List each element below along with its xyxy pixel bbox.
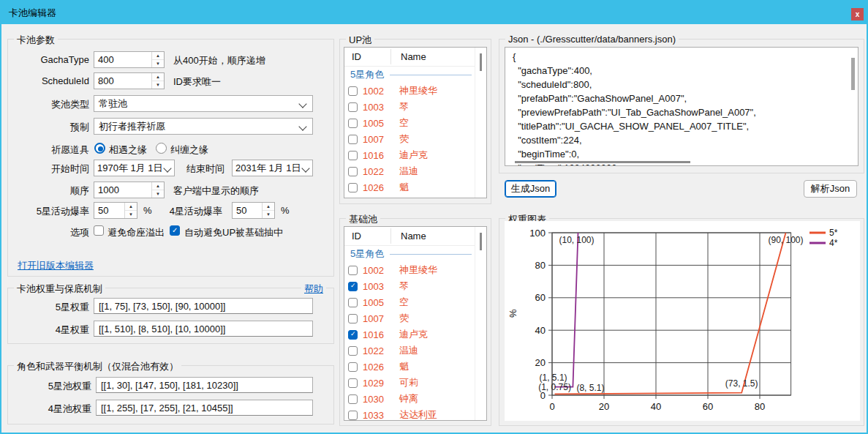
spin-up-icon[interactable]: ▲: [152, 182, 164, 190]
spin-up-icon[interactable]: ▲: [263, 203, 274, 211]
spin-down-icon[interactable]: ▼: [152, 190, 164, 198]
svg-text:(90, 100): (90, 100): [768, 235, 803, 245]
json-line: {: [513, 50, 850, 64]
svg-text:(8, 5.1): (8, 5.1): [576, 383, 604, 393]
pool-row-1005[interactable]: 1005空: [344, 294, 486, 310]
pool-row-1029[interactable]: 1029可莉: [344, 375, 486, 391]
window: 卡池编辑器 x 卡池参数 卡池权重与保底机制 帮助 角色和武器平衡机制（仅混合池…: [0, 0, 868, 434]
pool-row-1005[interactable]: 1005空: [344, 115, 486, 131]
scheduleid-input[interactable]: 800 ▲ ▼: [94, 72, 165, 89]
weight4-input[interactable]: [[1, 510], [8, 510], [10, 10000]]: [94, 321, 313, 337]
radio-acquaint-fate[interactable]: [94, 143, 105, 154]
column-name: Name: [401, 51, 426, 62]
row-id: 1016: [363, 150, 393, 161]
radio-intertwined-fate[interactable]: [156, 143, 167, 154]
spin-up-icon[interactable]: ▲: [152, 73, 164, 81]
pool-row-1022[interactable]: 1022温迪: [344, 343, 486, 359]
spin-down-icon[interactable]: ▼: [152, 81, 164, 89]
pool-row-1002[interactable]: 1002神里绫华: [344, 83, 486, 99]
section-line: [390, 254, 472, 255]
json-textarea[interactable]: { "gachaType":400, "scheduleId":800, "pr…: [505, 47, 858, 166]
row-checkbox[interactable]: [348, 362, 358, 372]
endtime-picker[interactable]: 2031年 1月 1日: [232, 160, 313, 176]
row-checkbox[interactable]: [348, 282, 358, 291]
pool-row-1003[interactable]: 1003琴: [344, 278, 486, 294]
scrollbar-thumb[interactable]: [480, 233, 482, 250]
scrollbar[interactable]: [475, 48, 486, 198]
chevron-down-icon: [298, 100, 306, 108]
pool-row-1007[interactable]: 1007荧: [344, 310, 486, 326]
row-checkbox[interactable]: [348, 314, 358, 323]
json-content: { "gachaType":400, "scheduleId":800, "pr…: [513, 50, 850, 166]
horizontal-scrollbar-thumb[interactable]: [515, 161, 690, 163]
row-checkbox[interactable]: [348, 119, 358, 128]
row-checkbox[interactable]: [348, 102, 358, 112]
row-checkbox[interactable]: [348, 151, 358, 160]
spinner: ▲ ▼: [151, 73, 164, 89]
weight5-input[interactable]: [[1, 75], [73, 150], [90, 10000]]: [94, 298, 313, 314]
group-title: Json - (./Gresscutter/data/banners.json): [505, 34, 679, 45]
pool-row-1026[interactable]: 1026魈: [344, 179, 486, 195]
button-label: 生成Json: [511, 182, 550, 195]
json-line: "scheduleId":800,: [513, 78, 850, 91]
spin-up-icon[interactable]: ▲: [152, 52, 164, 60]
pool5-input[interactable]: [[1, 30], [147, 150], [181, 10230]]: [96, 377, 313, 393]
pool-row-1003[interactable]: 1003琴: [344, 99, 486, 115]
checkbox-avoid-up-in-base[interactable]: [170, 225, 180, 236]
rate4-input[interactable]: 50 ▲ ▼: [232, 202, 275, 219]
base-pool-list: ID Name 5星角色 1002神里绫华1003琴1005空1007荧1016…: [344, 226, 487, 421]
parse-json-button[interactable]: 解析Json: [804, 180, 857, 198]
pool4-input[interactable]: [[1, 255], [17, 255], [21, 10455]]: [96, 400, 313, 416]
pool-row-1016[interactable]: 1016迪卢克: [344, 147, 486, 163]
pooltype-select[interactable]: 常驻池: [94, 95, 313, 112]
rate5-input[interactable]: 50 ▲ ▼: [94, 202, 137, 219]
row-checkbox[interactable]: [348, 330, 358, 340]
row-id: 1003: [363, 102, 393, 113]
open-legacy-editor-link[interactable]: 打开旧版本编辑器: [18, 259, 94, 272]
row-name: 迪卢克: [399, 328, 428, 341]
row-id: 1026: [363, 182, 393, 193]
svg-text:60: 60: [703, 401, 713, 412]
pool-row-1016[interactable]: 1016迪卢克: [344, 326, 486, 343]
spin-up-icon[interactable]: ▲: [125, 203, 137, 211]
row-id: 1029: [363, 378, 393, 389]
row-id: 1002: [363, 86, 393, 97]
pool-row-1030[interactable]: 1030钟离: [344, 391, 486, 407]
scrollbar-thumb[interactable]: [480, 53, 482, 71]
column-divider: [390, 49, 391, 64]
spinner: ▲ ▼: [151, 182, 164, 198]
help-link[interactable]: 帮助: [301, 283, 326, 296]
pool-row-1002[interactable]: 1002神里绫华: [344, 262, 486, 278]
scrollbar[interactable]: [475, 227, 486, 420]
preset-value: 初行者推荐祈愿: [99, 120, 165, 133]
order-input[interactable]: 1000 ▲ ▼: [94, 182, 165, 198]
row-checkbox[interactable]: [348, 183, 358, 192]
spin-down-icon[interactable]: ▼: [263, 211, 274, 218]
row-checkbox[interactable]: [348, 266, 358, 275]
spinner: ▲ ▼: [262, 203, 274, 218]
row-checkbox[interactable]: [348, 86, 358, 96]
json-line: "gachaType":400,: [513, 64, 850, 78]
weight4-label: 4星权重: [9, 323, 89, 337]
row-checkbox[interactable]: [348, 411, 358, 420]
row-checkbox[interactable]: [348, 346, 358, 356]
vertical-scrollbar-thumb[interactable]: [851, 58, 855, 90]
spin-down-icon[interactable]: ▼: [125, 211, 137, 218]
checkbox-avoid-constellation-overflow[interactable]: [94, 225, 104, 236]
gachatype-input[interactable]: 400 ▲ ▼: [94, 51, 165, 68]
pool-row-1007[interactable]: 1007荧: [344, 131, 486, 147]
row-checkbox[interactable]: [348, 298, 358, 307]
preset-select[interactable]: 初行者推荐祈愿: [94, 118, 313, 135]
pool-row-1026[interactable]: 1026魈: [344, 359, 486, 375]
generate-json-button[interactable]: 生成Json: [505, 180, 556, 198]
row-checkbox[interactable]: [348, 135, 358, 144]
close-button[interactable]: x: [851, 8, 864, 20]
row-id: 1007: [363, 134, 393, 145]
row-checkbox[interactable]: [348, 378, 358, 388]
row-checkbox[interactable]: [348, 167, 358, 176]
spin-down-icon[interactable]: ▼: [152, 60, 164, 67]
pool-row-1033[interactable]: 1033达达利亚: [344, 407, 486, 421]
pool-row-1022[interactable]: 1022温迪: [344, 163, 486, 179]
row-checkbox[interactable]: [348, 394, 358, 404]
weight5-value: [[1, 75], [73, 150], [90, 10000]]: [99, 301, 225, 312]
